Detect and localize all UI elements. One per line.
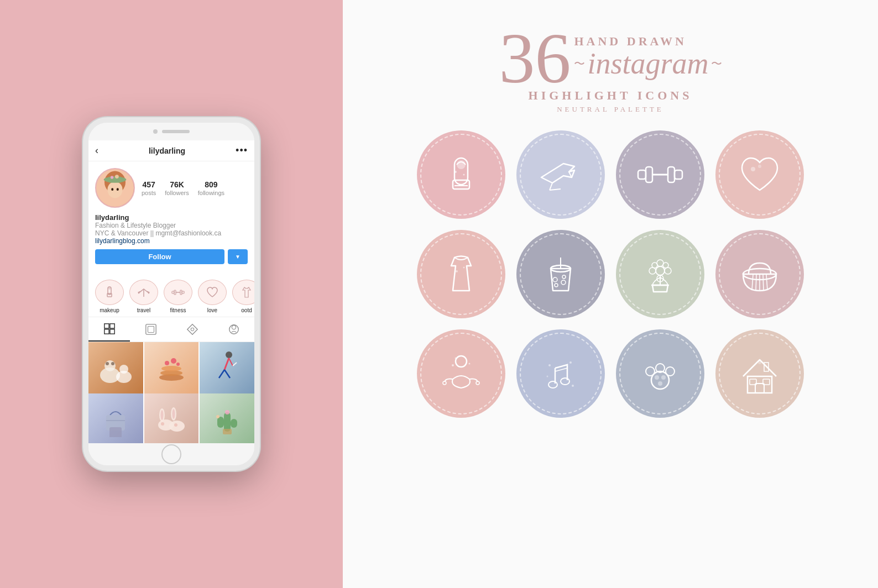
highlight-fitness[interactable]: fitness <box>164 280 192 313</box>
svg-rect-22 <box>148 327 154 333</box>
highlight-ootd[interactable]: ootd <box>232 280 254 313</box>
highlight-label-makeup: makeup <box>100 307 119 313</box>
phone-home-button[interactable] <box>161 444 181 464</box>
highlight-circle-fitness <box>164 280 192 305</box>
svg-line-66 <box>550 189 561 190</box>
tab-tagged[interactable] <box>171 317 213 342</box>
profile-name: lilydarling <box>95 213 248 222</box>
svg-point-23 <box>191 328 194 332</box>
back-button[interactable]: ‹ <box>95 145 98 156</box>
svg-point-99 <box>476 381 479 385</box>
svg-point-59 <box>225 410 229 414</box>
svg-point-102 <box>455 358 457 359</box>
icon-wellness <box>417 329 505 418</box>
svg-point-106 <box>569 361 572 364</box>
grid-photo-6[interactable] <box>200 393 254 443</box>
svg-line-40 <box>219 370 224 378</box>
svg-rect-46 <box>109 427 122 437</box>
ig-profile-top: 457 posts 76K followers 809 followings <box>95 168 248 208</box>
svg-point-89 <box>652 262 657 268</box>
follow-dropdown-button[interactable]: ▼ <box>228 249 248 264</box>
svg-point-53 <box>161 422 164 426</box>
tab-igtv[interactable] <box>213 317 254 342</box>
svg-point-76 <box>551 265 571 272</box>
phone-speaker <box>162 130 190 133</box>
svg-rect-120 <box>764 363 769 371</box>
svg-rect-117 <box>755 384 764 393</box>
svg-point-5 <box>111 176 113 179</box>
svg-point-75 <box>463 267 465 269</box>
followers-label: followers <box>165 190 189 196</box>
svg-point-35 <box>165 361 169 365</box>
highlight-circle-makeup <box>95 280 124 305</box>
svg-point-34 <box>161 366 181 371</box>
highlight-makeup[interactable]: makeup <box>95 280 124 313</box>
svg-rect-4 <box>107 177 122 183</box>
grid-photo-5[interactable] <box>144 393 199 443</box>
svg-point-38 <box>226 351 232 358</box>
tab-grid[interactable] <box>88 317 130 342</box>
more-button[interactable]: ••• <box>236 145 248 156</box>
svg-point-88 <box>665 267 671 274</box>
product-header: 36 Hand Drawn 〜 instagram 〜 Highlight Ic… <box>499 22 722 114</box>
svg-point-36 <box>171 358 176 364</box>
ig-stat-followers: 76K followers <box>165 180 189 196</box>
icon-home <box>715 329 804 418</box>
followers-count: 76K <box>170 180 184 189</box>
svg-rect-58 <box>223 429 232 434</box>
svg-point-73 <box>758 165 761 168</box>
grid-photo-1[interactable] <box>88 342 143 397</box>
svg-point-105 <box>548 364 551 366</box>
svg-point-98 <box>443 381 446 385</box>
svg-point-64 <box>454 171 457 173</box>
highlight-label-travel: travel <box>137 307 150 313</box>
svg-point-112 <box>666 367 675 376</box>
svg-point-110 <box>646 367 655 376</box>
grid-photo-3[interactable] <box>200 342 254 397</box>
svg-point-101 <box>469 363 471 365</box>
svg-point-54 <box>174 423 177 427</box>
svg-rect-61 <box>454 158 468 185</box>
svg-point-108 <box>547 376 548 377</box>
phone-screen: ‹ lilydarling ••• <box>88 140 254 443</box>
ig-username-header: lilydarling <box>149 146 185 155</box>
left-panel: ‹ lilydarling ••• <box>0 0 343 588</box>
svg-line-95 <box>756 275 756 291</box>
svg-rect-70 <box>668 167 675 182</box>
svg-point-86 <box>657 275 663 282</box>
svg-line-42 <box>229 358 233 366</box>
follow-button[interactable]: Follow <box>95 249 224 264</box>
svg-point-87 <box>649 267 656 274</box>
phone-bottom <box>88 443 254 465</box>
svg-rect-12 <box>172 291 174 293</box>
svg-point-104 <box>561 378 569 385</box>
icon-fashion <box>417 230 505 318</box>
svg-point-78 <box>553 277 557 282</box>
profile-website[interactable]: lilydarlingblog.com <box>95 237 248 245</box>
svg-point-80 <box>555 284 558 287</box>
svg-point-81 <box>562 275 566 279</box>
icon-makeup <box>417 130 505 219</box>
svg-rect-56 <box>217 417 224 428</box>
icon-fitness <box>616 130 704 219</box>
tab-reel[interactable] <box>130 317 171 342</box>
right-panel: 36 Hand Drawn 〜 instagram 〜 Highlight Ic… <box>343 0 878 588</box>
highlight-travel[interactable]: travel <box>129 280 158 313</box>
highlight-label-ootd: ootd <box>241 307 252 313</box>
svg-line-43 <box>233 363 237 366</box>
phone-mockup: ‹ lilydarling ••• <box>83 117 260 471</box>
ig-highlights-row: makeup travel <box>88 276 254 317</box>
phone-camera <box>153 129 158 134</box>
grid-photo-4[interactable] <box>88 393 143 443</box>
svg-line-41 <box>224 370 230 378</box>
avatar <box>95 168 135 208</box>
grid-photo-2[interactable] <box>144 342 199 397</box>
svg-point-103 <box>548 381 557 388</box>
svg-rect-62 <box>453 180 469 189</box>
following-count: 809 <box>205 180 217 189</box>
icon-plants <box>616 230 704 318</box>
svg-point-85 <box>657 260 663 266</box>
posts-count: 457 <box>142 180 155 189</box>
icon-music <box>516 329 605 418</box>
highlight-love[interactable]: love <box>198 280 227 313</box>
